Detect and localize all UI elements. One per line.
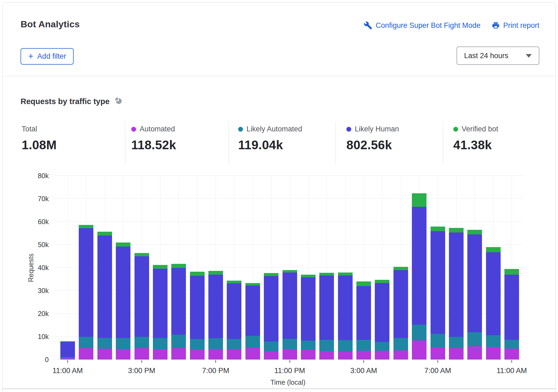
section-heading: Requests by traffic type: [21, 96, 123, 107]
configure-super-bot-fight-mode-link[interactable]: Configure Super Bot Fight Mode: [364, 21, 480, 30]
bar-5-00-pm[interactable]: [171, 264, 186, 360]
segment-automated: [79, 348, 93, 360]
bar-3-00-pm[interactable]: [134, 253, 149, 360]
segment-verified-bot: [79, 225, 93, 228]
bar-7-00-pm[interactable]: [208, 271, 223, 360]
v-gridline: [68, 176, 68, 360]
bar-8-00-pm[interactable]: [227, 281, 241, 360]
bar-9-00-am[interactable]: [467, 230, 482, 360]
bar-12-00-am[interactable]: [301, 275, 316, 360]
segment-verified-bot: [153, 265, 168, 269]
stat-divider: [229, 122, 229, 164]
segment-likely-automated: [190, 339, 205, 350]
segment-likely-human: [60, 342, 75, 357]
y-tick-label: 0: [27, 356, 49, 363]
segment-likely-automated: [301, 341, 316, 350]
add-filter-button[interactable]: + Add filter: [21, 48, 74, 65]
bot-analytics-page: Bot Analytics Configure Super Bot Fight …: [0, 0, 558, 392]
segment-automated: [245, 348, 260, 360]
y-tick-label: 70k: [27, 195, 49, 202]
segment-automated: [60, 358, 75, 360]
segment-likely-human: [504, 275, 519, 340]
stat-likely-automated-value: 119.04k: [238, 138, 302, 152]
segment-verified-bot: [301, 275, 316, 277]
add-filter-label: Add filter: [37, 52, 66, 61]
bar-6-00-am[interactable]: [412, 193, 426, 360]
print-report-link[interactable]: Print report: [492, 21, 539, 30]
bar-1-00-pm[interactable]: [97, 232, 112, 360]
x-tick-label: 7:00 AM: [416, 367, 459, 375]
bar-12-00-pm[interactable]: [79, 225, 93, 360]
automated-legend-dot: [131, 127, 136, 132]
segment-likely-human: [79, 228, 93, 337]
segment-verified-bot: [467, 230, 482, 234]
bar-2-00-pm[interactable]: [116, 242, 130, 360]
requests-stacked-bar-chart: [53, 176, 523, 360]
bar-3-00-am[interactable]: [356, 281, 371, 360]
bar-5-00-am[interactable]: [393, 267, 408, 360]
x-tick-label: 3:00 AM: [342, 367, 385, 375]
segment-likely-human: [283, 273, 297, 339]
bar-11-00-am[interactable]: [60, 341, 75, 360]
stat-divider: [125, 122, 125, 164]
bar-1-00-am[interactable]: [319, 273, 334, 360]
segment-verified-bot: [356, 281, 371, 286]
bar-10-00-pm[interactable]: [264, 273, 278, 360]
segment-likely-automated: [245, 336, 260, 347]
header-divider: [2, 76, 556, 76]
bar-8-00-am[interactable]: [449, 228, 464, 360]
print-link-label: Print report: [503, 21, 539, 30]
y-tick-label: 40k: [27, 264, 49, 271]
segment-likely-human: [190, 276, 205, 339]
bar-7-00-am[interactable]: [431, 227, 445, 360]
stat-automated: Automated 118.52k: [131, 125, 176, 152]
x-tick-mark: [215, 360, 216, 363]
segment-automated: [227, 349, 241, 360]
y-tick-label: 20k: [27, 310, 49, 317]
segment-likely-automated: [338, 340, 353, 352]
segment-likely-human: [486, 252, 501, 335]
segment-likely-human: [319, 275, 334, 340]
segment-automated: [116, 349, 130, 360]
stat-likely-human: Likely Human 802.56k: [346, 125, 399, 152]
bar-9-00-pm[interactable]: [245, 283, 260, 360]
x-tick-label: 3:00 PM: [120, 367, 163, 375]
segment-automated: [504, 349, 519, 360]
bar-6-00-pm[interactable]: [190, 272, 205, 360]
x-tick-mark: [67, 360, 68, 363]
segment-automated: [171, 348, 186, 360]
chevron-down-icon: [526, 54, 532, 58]
stat-verified-bot-label: Verified bot: [462, 125, 498, 133]
segment-likely-automated: [208, 338, 223, 349]
segment-likely-human: [97, 235, 112, 338]
x-tick-label: 11:00 AM: [490, 367, 533, 375]
bar-11-00-pm[interactable]: [283, 270, 297, 360]
stat-automated-label: Automated: [140, 125, 175, 133]
stat-likely-automated-label: Likely Automated: [247, 125, 302, 133]
bar-4-00-pm[interactable]: [153, 265, 168, 360]
plus-icon: +: [28, 51, 34, 61]
stat-likely-human-label: Likely Human: [355, 125, 399, 133]
card-bottom-divider: [2, 388, 556, 389]
segment-likely-human: [227, 283, 241, 339]
section-heading-label: Requests by traffic type: [21, 97, 110, 106]
bar-11-00-am[interactable]: [504, 269, 519, 360]
segment-automated: [431, 347, 445, 360]
h-gridline: [53, 221, 523, 222]
segment-likely-human: [431, 231, 445, 334]
segment-verified-bot: [190, 272, 205, 275]
bar-2-00-am[interactable]: [338, 273, 353, 360]
x-tick-label: 11:00 AM: [46, 367, 89, 375]
segment-automated: [356, 351, 371, 360]
stat-total-label: Total: [22, 125, 37, 133]
time-range-dropdown[interactable]: Last 24 hours: [457, 46, 539, 65]
segment-automated: [486, 347, 501, 360]
bar-10-00-am[interactable]: [486, 247, 501, 360]
y-tick-label: 10k: [27, 333, 49, 340]
segment-likely-automated: [504, 340, 519, 349]
segment-verified-bot: [134, 253, 149, 256]
segment-likely-human: [467, 234, 482, 332]
segment-automated: [375, 351, 389, 360]
bar-4-00-am[interactable]: [375, 280, 389, 360]
segment-automated: [97, 349, 112, 360]
